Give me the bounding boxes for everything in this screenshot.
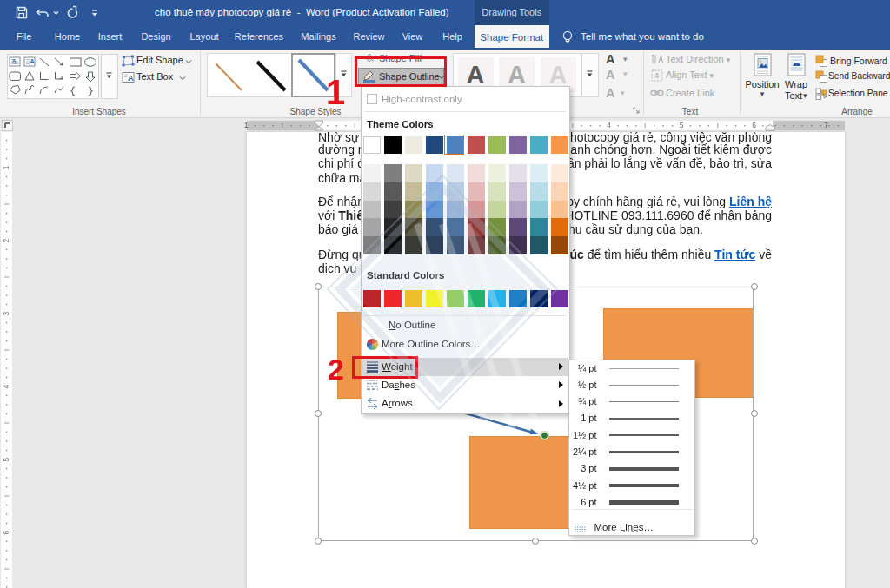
svg-text:4: 4 xyxy=(2,384,10,388)
svg-text:1: 1 xyxy=(244,121,249,129)
svg-text:1: 1 xyxy=(2,165,10,169)
svg-text:6: 6 xyxy=(2,530,10,534)
svg-text:7: 7 xyxy=(824,121,828,129)
svg-text:2: 2 xyxy=(2,238,10,242)
svg-text:3: 3 xyxy=(2,311,10,315)
svg-text:4: 4 xyxy=(607,121,611,129)
svg-text:5: 5 xyxy=(2,457,10,461)
svg-text:A: A xyxy=(128,74,134,83)
svg-text:A: A xyxy=(30,58,34,64)
svg-text:6: 6 xyxy=(752,121,756,129)
svg-text:A: A xyxy=(12,58,17,63)
svg-text:5: 5 xyxy=(680,121,684,129)
